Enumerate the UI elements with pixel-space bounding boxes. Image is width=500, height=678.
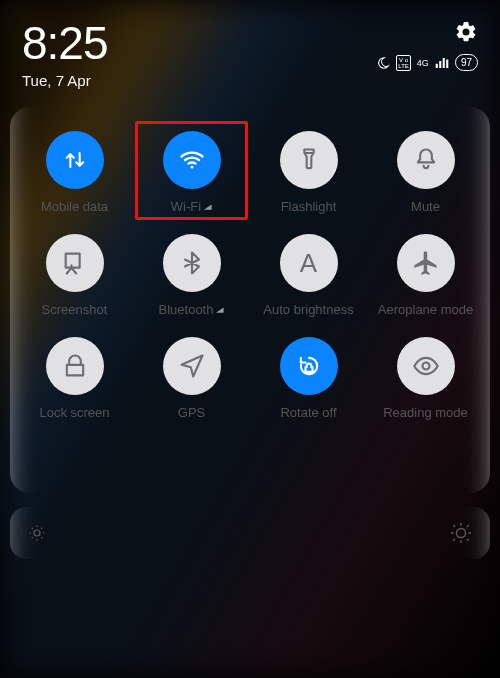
date: Tue, 7 Apr	[22, 72, 108, 89]
tile-label: Reading mode	[383, 405, 468, 420]
tile-label: Flashlight	[281, 199, 337, 214]
eye-icon	[412, 352, 440, 380]
tile-circle	[397, 337, 455, 395]
tile-circle: A	[280, 234, 338, 292]
flashlight-icon	[295, 146, 323, 174]
tile-auto-brightness[interactable]: AAuto brightness	[250, 226, 367, 323]
tile-circle	[397, 234, 455, 292]
tile-circle	[46, 337, 104, 395]
tile-label: Bluetooth◢	[159, 302, 225, 317]
mobile-data-icon	[61, 146, 89, 174]
tile-mute[interactable]: Mute	[367, 123, 484, 220]
battery-pill: 97	[455, 54, 478, 71]
tile-label: Aeroplane mode	[378, 302, 473, 317]
sun-small-icon	[28, 524, 46, 542]
airplane-icon	[412, 249, 440, 277]
bell-icon	[412, 146, 440, 174]
rotate-lock-icon	[295, 352, 323, 380]
tile-label: GPS	[178, 405, 205, 420]
tile-circle	[163, 337, 221, 395]
tile-circle	[397, 131, 455, 189]
tile-gps[interactable]: GPS	[133, 329, 250, 426]
navigation-icon	[178, 352, 206, 380]
screenshot-icon	[61, 249, 89, 277]
tile-label: Screenshot	[42, 302, 108, 317]
volte-badge: V o LTE	[396, 55, 411, 71]
clock: 8:25	[22, 20, 108, 66]
tile-circle	[46, 234, 104, 292]
settings-button[interactable]	[454, 20, 478, 44]
tile-circle	[46, 131, 104, 189]
tile-label: Mobile data	[41, 199, 108, 214]
tile-mobile-data[interactable]: Mobile data	[16, 123, 133, 220]
expand-indicator-icon: ◢	[216, 306, 224, 314]
tile-reading[interactable]: Reading mode	[367, 329, 484, 426]
tile-label: Auto brightness	[263, 302, 353, 317]
highlight-box	[135, 121, 248, 220]
tile-circle	[163, 234, 221, 292]
lock-icon	[61, 352, 89, 380]
tile-screenshot[interactable]: Screenshot	[16, 226, 133, 323]
gear-icon	[454, 20, 478, 44]
tile-rotate[interactable]: Rotate off	[250, 329, 367, 426]
bluetooth-icon	[178, 249, 206, 277]
tile-label: Rotate off	[280, 405, 336, 420]
tile-flashlight[interactable]: Flashlight	[250, 123, 367, 220]
expand-indicator-icon: ◢	[204, 203, 212, 211]
letter-a-icon: A	[300, 248, 317, 279]
tile-circle	[280, 131, 338, 189]
signal-4g: 4G	[417, 58, 429, 68]
sun-large-icon	[450, 522, 472, 544]
moon-icon	[376, 56, 390, 70]
tile-aeroplane[interactable]: Aeroplane mode	[367, 226, 484, 323]
quick-settings-grid: Mobile dataWi-Fi◢FlashlightMuteScreensho…	[16, 123, 484, 426]
tile-lock-screen[interactable]: Lock screen	[16, 329, 133, 426]
tile-circle	[280, 337, 338, 395]
tile-label: Lock screen	[39, 405, 109, 420]
tile-wifi[interactable]: Wi-Fi◢	[133, 123, 250, 220]
tile-label: Mute	[411, 199, 440, 214]
tile-bluetooth[interactable]: Bluetooth◢	[133, 226, 250, 323]
signal-icon	[435, 57, 449, 69]
status-bar: 8:25 Tue, 7 Apr V o LTE 4G 97	[0, 0, 500, 95]
